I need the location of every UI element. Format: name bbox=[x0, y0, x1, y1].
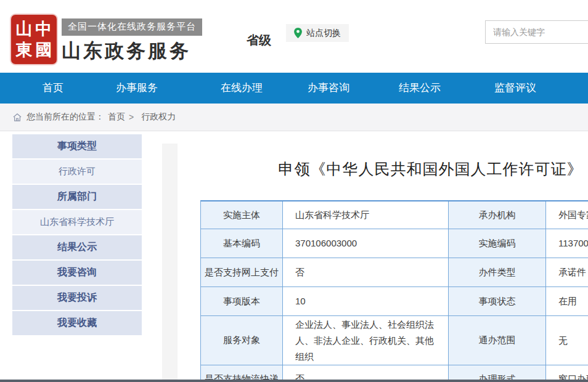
search-input[interactable] bbox=[485, 20, 588, 44]
breadcrumb-home-link[interactable]: 首页 bbox=[108, 112, 125, 123]
table-value: 否 bbox=[283, 258, 449, 287]
content-divider-strip bbox=[162, 144, 178, 382]
table-label: 实施主体 bbox=[201, 201, 283, 229]
table-value: 10 bbox=[283, 287, 449, 316]
table-label: 事项状态 bbox=[449, 287, 546, 316]
nav-item-online-handling[interactable]: 在线办理 bbox=[221, 73, 263, 104]
table-value: 无 bbox=[546, 316, 588, 365]
table-label: 实施编码 bbox=[449, 229, 546, 258]
seal-char: 國 bbox=[34, 39, 54, 60]
table-value: 370106003000 bbox=[283, 229, 449, 258]
platform-badge: 全国一体化在线政务服务平台 bbox=[62, 18, 202, 36]
table-label: 通办范围 bbox=[449, 316, 546, 365]
sidebar-item-department[interactable]: 所属部门 bbox=[12, 185, 142, 209]
seal-char: 中 bbox=[34, 18, 54, 39]
sidebar-item-sd-science-tech-dept[interactable]: 山东省科学技术厅 bbox=[12, 210, 142, 234]
breadcrumb-prefix: 您当前所在的位置： bbox=[27, 112, 104, 123]
sidebar-item-complain[interactable]: 我要投诉 bbox=[12, 286, 142, 310]
location-pin-icon bbox=[294, 28, 302, 38]
breadcrumb-separator: > bbox=[129, 112, 134, 122]
table-label: 承办机构 bbox=[449, 201, 546, 229]
table-label: 基本编码 bbox=[201, 229, 283, 258]
table-value: 承诺件 bbox=[546, 258, 588, 287]
sidebar-item-matter-type[interactable]: 事项类型 bbox=[12, 134, 142, 158]
site-switch-label: 站点切换 bbox=[306, 28, 341, 39]
sidebar: 事项类型 行政许可 所属部门 山东省科学技术厅 结果公示 我要咨询 我要投诉 我… bbox=[12, 134, 142, 336]
table-label: 事项版本 bbox=[201, 287, 283, 316]
table-row: 事项版本 10 事项状态 在用 bbox=[201, 287, 588, 316]
nav-item-consultation[interactable]: 办事咨询 bbox=[308, 73, 349, 104]
table-value: 在用 bbox=[546, 287, 588, 316]
table-value: 山东省科学技术厅 bbox=[283, 201, 449, 229]
site-title: 山东政务服务 bbox=[62, 38, 202, 64]
table-row: 是否支持网上支付 否 办件类型 承诺件 bbox=[201, 258, 588, 287]
sidebar-item-result-publicity[interactable]: 结果公示 bbox=[12, 235, 142, 259]
nav-item-home[interactable]: 首页 bbox=[43, 73, 63, 104]
site-level-label: 省级 bbox=[247, 32, 271, 49]
sidebar-item-admin-license[interactable]: 行政许可 bbox=[12, 160, 142, 184]
site-switch-button[interactable]: 站点切换 bbox=[286, 24, 349, 42]
site-header: 山 中 東 國 全国一体化在线政务服务平台 山东政务服务 省级 站点切换 bbox=[0, 0, 588, 73]
table-label: 是否支持网上支付 bbox=[201, 258, 283, 287]
table-value: 企业法人、事业法人、社会组织法人、非法人企业、行政机关、其他组织 bbox=[283, 316, 449, 365]
nav-item-result-publicity[interactable]: 结果公示 bbox=[399, 73, 441, 104]
nav-item-services[interactable]: 办事服务 bbox=[116, 73, 158, 104]
table-value: 外国专家服 bbox=[546, 201, 588, 229]
breadcrumb: 您当前所在的位置： 首页 > 行政权力 bbox=[0, 104, 588, 131]
main-nav: 首页 办事服务 在线办理 办事咨询 结果公示 监督评议 bbox=[0, 73, 588, 104]
page: 山 中 東 國 全国一体化在线政务服务平台 山东政务服务 省级 站点切换 首页 … bbox=[0, 0, 588, 382]
table-row: 服务对象 企业法人、事业法人、社会组织法人、非法人企业、行政机关、其他组织 通办… bbox=[201, 316, 588, 365]
table-row: 基本编码 370106003000 实施编码 11370000 bbox=[201, 229, 588, 258]
nav-item-supervision[interactable]: 监督评议 bbox=[494, 73, 536, 104]
table-label: 服务对象 bbox=[201, 316, 283, 365]
page-title: 申领《中华人民共和国外国人工作许可证》 bbox=[200, 159, 588, 179]
sidebar-item-favorite[interactable]: 我要收藏 bbox=[12, 311, 142, 335]
matter-info-table: 实施主体 山东省科学技术厅 承办机构 外国专家服 基本编码 3701060030… bbox=[200, 200, 588, 382]
home-icon bbox=[13, 113, 22, 121]
table-value: 11370000 bbox=[546, 229, 588, 258]
seal-char: 東 bbox=[14, 39, 34, 60]
sidebar-item-consult[interactable]: 我要咨询 bbox=[12, 261, 142, 285]
seal-char: 山 bbox=[14, 18, 34, 39]
breadcrumb-current: 行政权力 bbox=[141, 112, 176, 123]
shandong-seal-logo: 山 中 東 國 bbox=[11, 15, 57, 64]
table-row: 实施主体 山东省科学技术厅 承办机构 外国专家服 bbox=[201, 201, 588, 229]
brand-block: 全国一体化在线政务服务平台 山东政务服务 bbox=[62, 18, 202, 64]
table-label: 办件类型 bbox=[449, 258, 546, 287]
bottom-edge-bar bbox=[0, 380, 588, 382]
